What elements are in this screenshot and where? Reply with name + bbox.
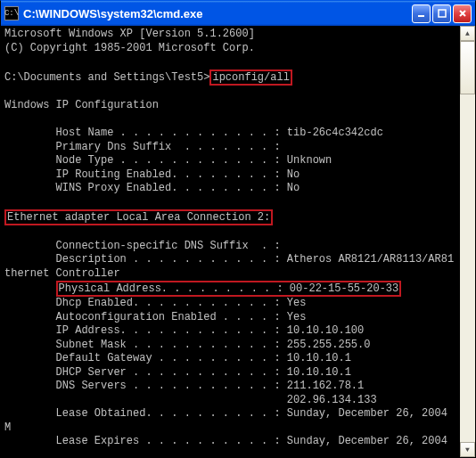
line: Microsoft Windows XP [Version 5.1.2600]: [4, 28, 255, 40]
gateway-line: Default Gateway . . . . . . . . . : 10.1…: [4, 352, 351, 364]
scrollbar[interactable]: ▲ ▼: [460, 26, 475, 457]
scrollbar-track[interactable]: [460, 41, 475, 442]
am-line: M: [4, 421, 11, 434]
minimize-button[interactable]: [412, 4, 431, 23]
primary-dns-line: Primary Dns Suffix . . . . . . . :: [4, 141, 281, 153]
arrow-down-icon: ▼: [465, 446, 470, 454]
description-line: Description . . . . . . . . . . . : Athe…: [4, 253, 454, 266]
lease-obtained-line: Lease Obtained. . . . . . . . . . : Sund…: [4, 407, 447, 420]
physical-address-highlight: Physical Address. . . . . . . . . : 00-2…: [56, 281, 402, 297]
ip-routing-line: IP Routing Enabled. . . . . . . . : No: [4, 168, 300, 181]
command-highlight: ipconfig/all: [209, 70, 291, 86]
dhcp-enabled-line: Dhcp Enabled. . . . . . . . . . . : Yes: [4, 297, 306, 309]
description-cont: thernet Controller: [4, 267, 120, 280]
phys-prefix: [4, 282, 56, 295]
ip-address-line: IP Address. . . . . . . . . . . . : 10.1…: [4, 324, 364, 337]
scrollbar-thumb[interactable]: [460, 41, 475, 94]
line: (C) Copyright 1985-2001 Microsoft Corp.: [4, 42, 255, 54]
adapter-header-highlight: Ethernet adapter Local Area Connection 2…: [4, 209, 273, 225]
lease-expires-line: Lease Expires . . . . . . . . . . : Sund…: [4, 435, 447, 447]
maximize-button[interactable]: [432, 4, 451, 23]
dns-servers-line2: 202.96.134.133: [4, 394, 377, 406]
terminal-area[interactable]: Microsoft Windows XP [Version 5.1.2600] …: [1, 26, 475, 457]
prompt-path: C:\Documents and Settings\Test5>: [4, 71, 209, 84]
dhcp-server-line: DHCP Server . . . . . . . . . . . : 10.1…: [4, 366, 351, 379]
section-header: Windows IP Configuration: [4, 99, 159, 111]
arrow-up-icon: ▲: [465, 29, 470, 37]
cmd-window: C:\ C:\WINDOWS\system32\cmd.exe Microsof…: [0, 0, 476, 458]
subnet-line: Subnet Mask . . . . . . . . . . . : 255.…: [4, 339, 370, 351]
autoconf-line: Autoconfiguration Enabled . . . . : Yes: [4, 311, 306, 323]
close-button[interactable]: [453, 4, 472, 23]
terminal-output: Microsoft Windows XP [Version 5.1.2600] …: [4, 28, 457, 457]
scroll-down-button[interactable]: ▼: [460, 442, 475, 457]
dns-servers-line: DNS Servers . . . . . . . . . . . : 211.…: [4, 380, 364, 392]
window-controls: [412, 4, 475, 23]
host-name-line: Host Name . . . . . . . . . . . . : tib-…: [4, 127, 383, 139]
wins-proxy-line: WINS Proxy Enabled. . . . . . . . : No: [4, 182, 300, 194]
svg-rect-1: [439, 10, 446, 17]
node-type-line: Node Type . . . . . . . . . . . . : Unkn…: [4, 154, 332, 167]
window-title: C:\WINDOWS\system32\cmd.exe: [23, 7, 412, 20]
titlebar[interactable]: C:\ C:\WINDOWS\system32\cmd.exe: [1, 1, 475, 26]
conn-suffix-line: Connection-specific DNS Suffix . :: [4, 240, 281, 252]
scroll-up-button[interactable]: ▲: [460, 26, 475, 41]
svg-rect-0: [418, 15, 424, 17]
cmd-icon: C:\: [4, 6, 19, 20]
